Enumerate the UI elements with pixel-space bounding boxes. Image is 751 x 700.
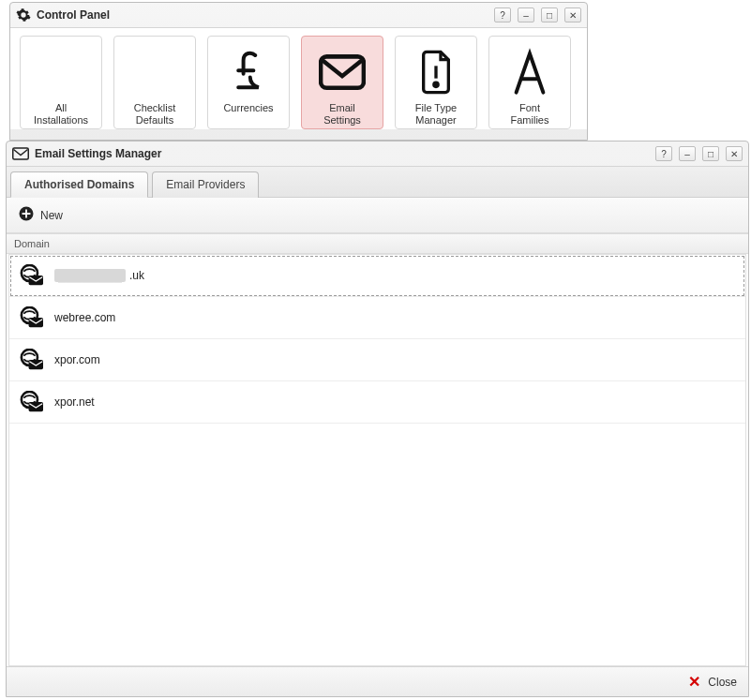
domain-grid: ████████.ukwebree.comxpor.comxpor.net: [8, 254, 746, 666]
svg-rect-6: [29, 276, 43, 285]
domain-text: xpor.com: [54, 353, 100, 366]
envelope-icon: [302, 42, 383, 102]
tile-label: Checklist Defaults: [114, 102, 195, 127]
svg-point-2: [434, 82, 438, 86]
svg-rect-10: [29, 360, 43, 369]
new-button-label: New: [40, 209, 63, 222]
table-row[interactable]: xpor.net: [9, 381, 745, 424]
domain-text: webree.com: [54, 311, 115, 324]
blank-icon: [21, 42, 101, 102]
gear-icon: [16, 7, 31, 22]
minimize-button[interactable]: –: [679, 146, 696, 161]
close-button[interactable]: ✕: [564, 7, 581, 22]
help-button[interactable]: ?: [655, 146, 672, 161]
domain-icon: [19, 306, 45, 329]
email-settings-footer: ✕ Close: [7, 666, 748, 696]
control-panel-window: Control Panel ? – □ ✕ All InstallationsC…: [9, 2, 588, 141]
domain-icon: [19, 391, 45, 413]
control-panel-body: All InstallationsChecklist DefaultsCurre…: [10, 27, 587, 129]
close-icon: ✕: [688, 673, 700, 691]
tabbar: Authorised DomainsEmail Providers: [7, 167, 748, 198]
domain-text: ████████: [54, 269, 126, 282]
table-row[interactable]: ████████.uk: [9, 255, 745, 297]
footer-close-label: Close: [708, 676, 737, 689]
new-button[interactable]: New: [14, 203, 67, 227]
blank-icon: [114, 42, 195, 102]
domain-suffix: .uk: [129, 269, 144, 282]
email-settings-titlebar: Email Settings Manager ? – □ ✕: [7, 141, 748, 166]
tile-label: Email Settings: [302, 102, 383, 127]
tab-email-providers[interactable]: Email Providers: [152, 171, 259, 198]
svg-rect-12: [29, 402, 43, 411]
toolbar: New: [7, 198, 748, 233]
plus-circle-icon: [18, 205, 35, 225]
pound-icon: [208, 42, 289, 102]
email-settings-title: Email Settings Manager: [35, 147, 161, 160]
tab-authorised-domains[interactable]: Authorised Domains: [10, 171, 148, 198]
maximize-button[interactable]: □: [702, 146, 719, 161]
svg-rect-0: [321, 56, 364, 87]
tile-all-installations[interactable]: All Installations: [20, 36, 102, 129]
tile-currencies[interactable]: Currencies: [207, 36, 290, 129]
tile-email-settings[interactable]: Email Settings: [301, 36, 383, 129]
close-button[interactable]: ✕: [726, 146, 743, 161]
file-warning-icon: [396, 42, 476, 102]
tile-font-families[interactable]: Font Families: [488, 36, 571, 129]
control-panel-titlebar: Control Panel ? – □ ✕: [10, 3, 587, 27]
table-row[interactable]: xpor.com: [9, 339, 745, 381]
tile-file-type-manager[interactable]: File Type Manager: [395, 36, 477, 129]
domain-text: xpor.net: [54, 395, 95, 409]
tile-label: Font Families: [489, 102, 570, 127]
svg-rect-3: [13, 148, 29, 159]
tile-label: File Type Manager: [396, 102, 476, 127]
control-panel-title: Control Panel: [37, 8, 110, 22]
envelope-icon: [12, 147, 29, 160]
tile-label: All Installations: [21, 102, 101, 127]
minimize-button[interactable]: –: [518, 7, 534, 22]
footer-close-button[interactable]: ✕ Close: [688, 673, 737, 691]
domain-icon: [19, 264, 45, 287]
domain-icon: [19, 349, 45, 371]
table-row[interactable]: webree.com: [9, 297, 745, 339]
tile-label: Currencies: [208, 102, 289, 127]
column-header-domain[interactable]: Domain: [7, 233, 748, 254]
tile-checklist-defaults[interactable]: Checklist Defaults: [113, 36, 196, 129]
help-button[interactable]: ?: [494, 7, 511, 22]
email-settings-body: Authorised DomainsEmail Providers New Do…: [7, 166, 748, 696]
maximize-button[interactable]: □: [541, 7, 558, 22]
svg-rect-8: [29, 318, 43, 327]
letter-a-icon: [489, 42, 570, 102]
email-settings-window: Email Settings Manager ? – □ ✕ Authorise…: [6, 141, 749, 697]
